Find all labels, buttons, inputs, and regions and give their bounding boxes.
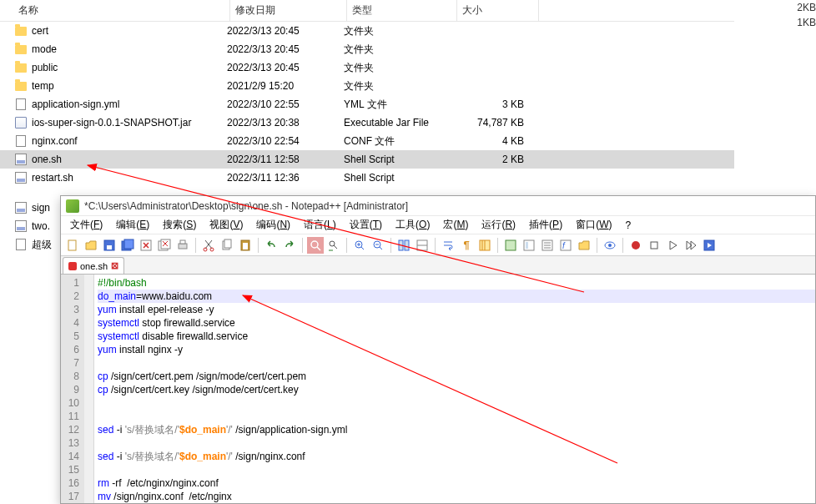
doc-list-button[interactable] [539, 237, 556, 254]
open-file-button[interactable] [83, 237, 99, 254]
sh-icon [13, 171, 28, 184]
file-type: Executable Jar File [344, 117, 454, 129]
zoom-out-button[interactable] [370, 237, 386, 254]
file-row[interactable]: cert2022/3/13 20:45文件夹 [0, 22, 734, 40]
save-button[interactable] [101, 237, 118, 254]
close-button[interactable] [138, 237, 154, 254]
code-line[interactable]: systemctl disable firewalld.service [98, 330, 815, 343]
folder-icon [13, 79, 28, 93]
header-type[interactable]: 类型 [347, 0, 457, 21]
sync-h-button[interactable] [414, 237, 431, 254]
file-row-partial[interactable]: sign [13, 199, 52, 217]
menu-item[interactable]: 宏(M) [437, 216, 474, 234]
file-row[interactable]: restart.sh2022/3/11 12:36Shell Script [0, 169, 734, 187]
record-macro-button[interactable] [627, 237, 644, 254]
stop-macro-button[interactable] [646, 237, 662, 254]
paste-button[interactable] [237, 237, 254, 254]
code-line[interactable]: mv /sign/nginx.conf /etc/nginx [98, 490, 815, 503]
monitoring-button[interactable] [602, 237, 618, 254]
play-multi-button[interactable] [683, 237, 699, 254]
code-line[interactable]: sed -i 's/替换域名/'$do_main'/' /sign/nginx.… [98, 450, 815, 463]
close-all-button[interactable] [156, 237, 173, 254]
file-name: application-sign.yml [32, 98, 119, 110]
save-macro-button[interactable] [701, 237, 718, 254]
new-file-button[interactable] [64, 237, 81, 254]
menu-item[interactable]: 插件(P) [523, 216, 568, 234]
play-macro-button[interactable] [664, 237, 681, 254]
menu-item[interactable]: 窗口(W) [570, 216, 617, 234]
menu-item[interactable]: 文件(F) [64, 216, 108, 234]
line-number: 7 [61, 356, 79, 370]
doc-map-button[interactable] [521, 237, 537, 254]
save-all-button[interactable] [119, 237, 136, 254]
file-row[interactable]: ios-super-sign-0.0.1-SNAPSHOT.jar2022/3/… [0, 113, 734, 132]
func-list-button[interactable]: f [557, 237, 574, 254]
file-row[interactable]: public2022/3/13 20:45文件夹 [0, 58, 734, 77]
file-type: CONF 文件 [344, 134, 454, 149]
fold-gutter [84, 275, 94, 503]
code-line[interactable]: do_main=www.baidu.com [98, 290, 815, 303]
code-line[interactable] [98, 463, 815, 476]
file-row[interactable]: temp2021/2/9 15:20文件夹 [0, 77, 734, 95]
code-line[interactable]: yum install epel-release -y [98, 303, 815, 316]
menu-item[interactable]: 设置(T) [344, 216, 388, 234]
file-row[interactable]: application-sign.yml2022/3/10 22:55YML 文… [0, 95, 734, 113]
replace-button[interactable] [325, 237, 342, 254]
sync-v-button[interactable] [395, 237, 412, 254]
menu-item[interactable]: 运行(R) [476, 216, 521, 234]
menu-item[interactable]: 语言(L) [298, 216, 342, 234]
line-number: 16 [61, 476, 79, 490]
tab-one-sh[interactable]: one.sh ⊠ [63, 257, 124, 274]
code-view[interactable]: #!/bin/bashdo_main=www.baidu.comyum inst… [94, 275, 815, 503]
menu-item[interactable]: 编码(N) [250, 216, 296, 234]
code-line[interactable]: rm -rf /etc/nginx/nginx.conf [98, 476, 815, 490]
svg-rect-0 [68, 240, 76, 250]
file-row-partial[interactable]: 超级 [13, 235, 52, 254]
code-line[interactable] [98, 356, 815, 370]
file-row[interactable]: one.sh2022/3/11 12:58Shell Script2 KB [0, 150, 734, 169]
menu-item[interactable]: 搜索(S) [157, 216, 202, 234]
code-line[interactable]: #!/bin/bash [98, 276, 815, 290]
menu-item[interactable]: 编辑(E) [110, 216, 155, 234]
header-date[interactable]: 修改日期 [230, 0, 347, 21]
file-type: 文件夹 [344, 24, 454, 38]
show-all-chars-button[interactable]: ¶ [458, 237, 475, 254]
file-name: one.sh [32, 154, 62, 165]
file-name: mode [32, 43, 57, 55]
code-line[interactable] [98, 396, 815, 410]
menu-item[interactable]: 工具(O) [390, 216, 436, 234]
code-line[interactable] [98, 436, 815, 450]
file-row[interactable]: nginx.conf2022/3/10 22:54CONF 文件4 KB [0, 132, 734, 150]
undo-button[interactable] [263, 237, 280, 254]
editor-area[interactable]: 1234567891011121314151617181920 #!/bin/b… [61, 275, 815, 503]
code-line[interactable]: yum install nginx -y [98, 343, 815, 356]
menu-item[interactable]: 视图(V) [204, 216, 249, 234]
tab-label: one.sh [80, 261, 108, 271]
header-name[interactable]: 名称 [0, 0, 230, 21]
file-size: 4 KB [454, 135, 529, 147]
cut-button[interactable] [200, 237, 217, 254]
menu-item[interactable]: ? [619, 218, 637, 233]
find-button[interactable] [307, 237, 324, 254]
code-line[interactable]: cp /sign/cert/cert.key /sign/mode/cert/c… [98, 383, 815, 396]
code-line[interactable]: cp /sign/cert/cert.pem /sign/mode/cert/c… [98, 370, 815, 383]
indent-guide-button[interactable] [476, 237, 493, 254]
print-button[interactable] [174, 237, 191, 254]
wordwrap-button[interactable] [440, 237, 456, 254]
file-name: nginx.conf [32, 135, 78, 147]
titlebar[interactable]: *C:\Users\Administrator\Desktop\sign\one… [61, 196, 815, 216]
folder-workspace-button[interactable] [576, 237, 592, 254]
file-row-partial[interactable]: two. [13, 217, 52, 235]
zoom-in-button[interactable] [351, 237, 368, 254]
svg-rect-9 [180, 240, 185, 244]
redo-button[interactable] [281, 237, 298, 254]
lang-user-button[interactable] [502, 237, 519, 254]
file-name: temp [32, 80, 54, 92]
code-line[interactable] [98, 410, 815, 423]
copy-button[interactable] [219, 237, 235, 254]
header-size[interactable]: 大小 [457, 0, 539, 21]
tab-close-icon[interactable]: ⊠ [111, 260, 118, 271]
code-line[interactable]: sed -i 's/替换域名/'$do_main'/' /sign/applic… [98, 423, 815, 436]
code-line[interactable]: systemctl stop firewalld.service [98, 316, 815, 330]
file-row[interactable]: mode2022/3/13 20:45文件夹 [0, 40, 734, 58]
